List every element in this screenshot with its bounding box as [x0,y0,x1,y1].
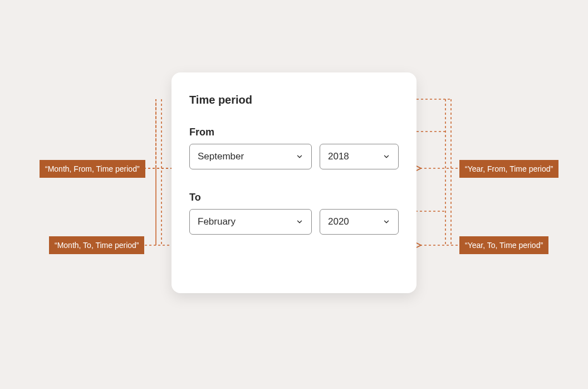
from-year-select[interactable]: 2018 [320,144,399,169]
from-month-value: September [198,151,244,162]
annotation-to-month: “Month, To, Time period” [49,236,144,254]
annotation-to-year: “Year, To, Time period” [459,236,548,254]
chevron-down-icon [296,218,303,226]
annotation-from-year: “Year, From, Time period” [459,160,558,178]
from-label: From [189,127,399,138]
to-row: February 2020 [189,209,399,235]
chevron-down-icon [383,218,390,226]
card-title: Time period [189,94,399,106]
chevron-down-icon [296,153,303,161]
from-row: September 2018 [189,144,399,169]
to-month-value: February [198,216,236,227]
from-month-select[interactable]: September [189,144,312,169]
chevron-down-icon [383,153,390,161]
from-year-value: 2018 [328,151,349,162]
to-year-value: 2020 [328,216,349,227]
to-month-select[interactable]: February [189,209,312,235]
to-year-select[interactable]: 2020 [320,209,399,235]
to-label: To [189,192,399,203]
annotation-from-month: “Month, From, Time period” [40,160,145,178]
time-period-card: Time period From September 2018 To Febru… [171,72,416,293]
